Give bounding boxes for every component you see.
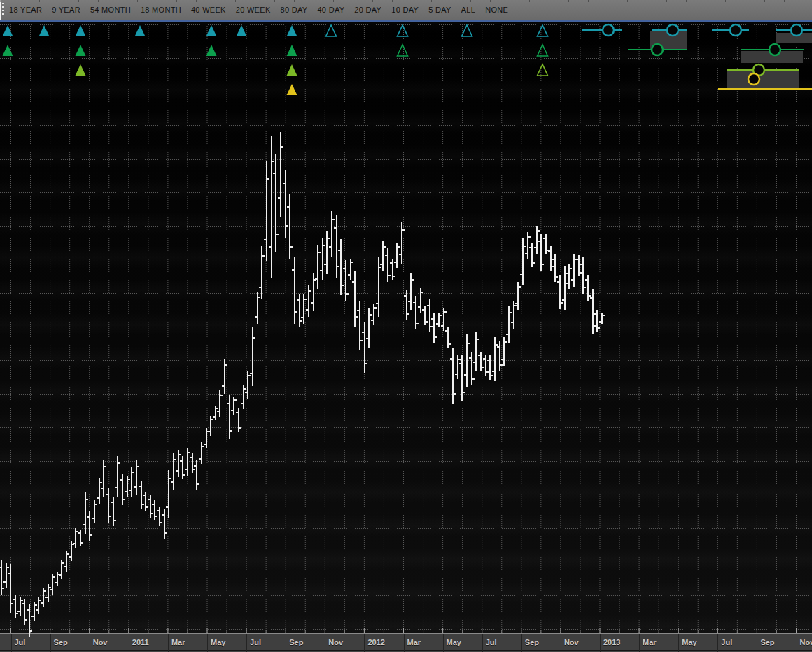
chart-canvas[interactable] xyxy=(0,22,812,633)
trading-chart-window: 18 YEAR9 YEAR54 MONTH18 MONTH40 WEEK20 W… xyxy=(0,0,812,652)
teal-projection-circle xyxy=(791,24,802,36)
timeframe-button-40-day[interactable]: 40 DAY xyxy=(317,6,344,14)
axis-label-sep: Sep xyxy=(54,638,68,646)
toolbar-grip-icon[interactable] xyxy=(2,3,4,17)
timeframe-button-18-month[interactable]: 18 MONTH xyxy=(141,6,181,14)
green-projection-circle xyxy=(652,44,663,55)
green-cycle-triangle-hollow xyxy=(398,45,408,56)
teal-projection-circle xyxy=(603,24,614,36)
axis-label-2011: 2011 xyxy=(132,638,149,646)
axis-label-2013: 2013 xyxy=(603,638,620,646)
teal-cycle-triangle-filled xyxy=(206,25,217,36)
grid-lines xyxy=(0,22,812,633)
axis-label-mar: Mar xyxy=(643,638,657,646)
green-cycle-triangle-filled xyxy=(206,45,217,56)
toolbar-left-edge xyxy=(0,0,1,20)
axis-label-jul: Jul xyxy=(250,638,261,646)
axis-separator xyxy=(207,634,208,652)
time-axis[interactable]: JulSepNov2011MarMayJulSepNov2012MarMayJu… xyxy=(0,633,812,652)
axis-separator xyxy=(443,634,444,652)
teal-cycle-triangle-hollow xyxy=(398,25,408,36)
axis-separator xyxy=(561,634,561,652)
teal-cycle-triangle-hollow xyxy=(538,25,548,36)
axis-label-may: May xyxy=(682,638,696,646)
axis-label-sep: Sep xyxy=(525,638,539,646)
axis-separator xyxy=(639,634,640,652)
axis-separator xyxy=(404,634,405,652)
timeframe-button-none[interactable]: NONE xyxy=(485,6,508,14)
teal-cycle-triangle-filled xyxy=(76,25,86,36)
axis-label-may: May xyxy=(447,638,461,646)
yellow-cycle-triangle-filled xyxy=(287,84,298,95)
axis-label-nov: Nov xyxy=(800,638,812,646)
axis-separator xyxy=(50,634,51,652)
teal-cycle-triangle-filled xyxy=(3,25,13,36)
axis-label-nov: Nov xyxy=(93,638,108,646)
green-cycle-triangle-filled xyxy=(287,45,298,56)
axis-label-sep: Sep xyxy=(289,638,303,646)
axis-separator xyxy=(678,634,679,652)
teal-cycle-triangle-filled xyxy=(135,25,146,36)
timeframe-button-20-day[interactable]: 20 DAY xyxy=(354,6,382,14)
axis-separator xyxy=(11,634,12,652)
axis-separator xyxy=(600,634,601,652)
axis-separator xyxy=(757,634,757,652)
axis-separator xyxy=(482,634,483,652)
axis-separator xyxy=(718,634,718,652)
cycle-trough-markers[interactable] xyxy=(3,25,548,95)
chart-area[interactable] xyxy=(0,22,812,633)
teal-projection-circle xyxy=(730,24,741,36)
axis-separator xyxy=(364,634,365,652)
teal-cycle-triangle-filled xyxy=(237,25,247,36)
timeframe-button-40-week[interactable]: 40 WEEK xyxy=(191,6,226,14)
projection-boxes xyxy=(650,31,812,89)
axis-label-2012: 2012 xyxy=(368,638,384,646)
timeframe-button-54-month[interactable]: 54 MONTH xyxy=(90,6,131,14)
green-cycle-triangle-filled xyxy=(3,45,13,56)
teal-projection-circle xyxy=(667,24,678,36)
axis-separator xyxy=(797,634,797,652)
axis-separator xyxy=(325,634,326,652)
axis-label-jul: Jul xyxy=(15,638,26,646)
timeframe-button-18-year[interactable]: 18 YEAR xyxy=(9,6,42,14)
axis-separator xyxy=(286,634,286,652)
axis-label-nov: Nov xyxy=(328,638,343,646)
axis-separator xyxy=(522,634,522,652)
teal-cycle-triangle-filled xyxy=(39,25,50,36)
lime-cycle-triangle-hollow xyxy=(538,64,548,76)
axis-ticks xyxy=(11,628,812,633)
teal-cycle-triangle-filled xyxy=(287,25,298,36)
axis-separator xyxy=(246,634,247,652)
axis-separator xyxy=(90,634,90,652)
teal-cycle-triangle-hollow xyxy=(326,25,337,36)
axis-label-nov: Nov xyxy=(564,638,579,646)
axis-separator xyxy=(168,634,169,652)
timeframe-button-group: 18 YEAR9 YEAR54 MONTH18 MONTH40 WEEK20 W… xyxy=(9,0,508,20)
lime-cycle-triangle-filled xyxy=(76,64,86,76)
yellow-projection-circle xyxy=(748,73,760,85)
green-cycle-triangle-filled xyxy=(76,45,86,56)
price-bars xyxy=(0,132,605,637)
lime-cycle-triangle-filled xyxy=(287,64,298,76)
axis-label-may: May xyxy=(211,638,225,646)
axis-label-mar: Mar xyxy=(172,638,186,646)
axis-separator xyxy=(129,634,130,652)
cycle-timeframe-toolbar: 18 YEAR9 YEAR54 MONTH18 MONTH40 WEEK20 W… xyxy=(0,0,812,20)
timeframe-button-9-year[interactable]: 9 YEAR xyxy=(52,6,80,14)
timeframe-button-5-day[interactable]: 5 DAY xyxy=(428,6,451,14)
teal-cycle-triangle-hollow xyxy=(462,25,472,36)
timeframe-button-80-day[interactable]: 80 DAY xyxy=(281,6,308,14)
axis-label-sep: Sep xyxy=(760,638,774,646)
timeframe-button-20-week[interactable]: 20 WEEK xyxy=(236,6,271,14)
axis-label-jul: Jul xyxy=(486,638,497,646)
timeframe-button-all[interactable]: ALL xyxy=(461,6,475,14)
timeframe-button-10-day[interactable]: 10 DAY xyxy=(391,6,419,14)
axis-label-jul: Jul xyxy=(721,638,732,646)
green-projection-circle xyxy=(769,44,780,55)
green-cycle-triangle-hollow xyxy=(538,45,548,56)
axis-label-mar: Mar xyxy=(407,638,421,646)
